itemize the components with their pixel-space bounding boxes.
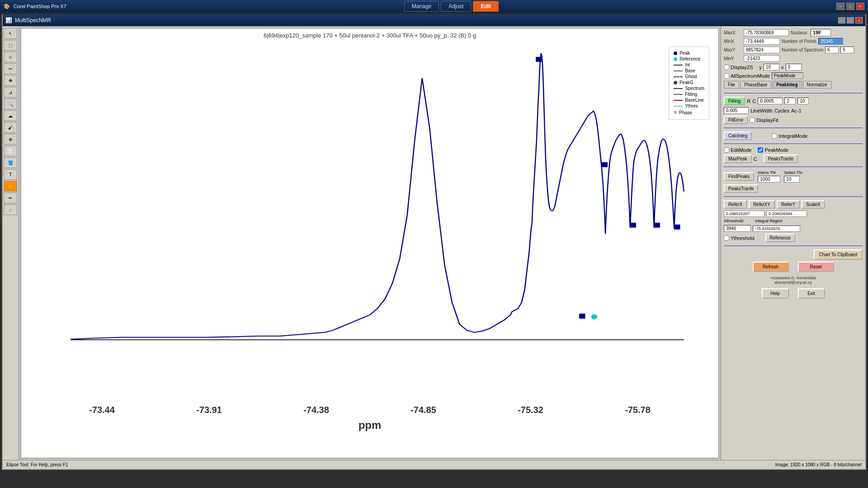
numspectrum-label: Number of Spectrum — [782, 47, 823, 52]
display2s-row: Display2S y x — [724, 64, 863, 70]
legend-int: Int — [674, 62, 704, 67]
maxpeak-button[interactable]: MaxPeak — [724, 155, 752, 163]
tab-manage[interactable]: Manage — [404, 1, 439, 12]
maximize-button[interactable]: □ — [846, 3, 854, 10]
tool-path[interactable]: ⟋ — [4, 204, 17, 215]
legend-peak: Peak — [674, 51, 704, 56]
xthreshold-label: Xthreshold — [724, 219, 753, 223]
tool-pan[interactable]: ☁ — [4, 110, 17, 121]
minimize-button[interactable]: ─ — [836, 3, 844, 10]
integralregion-value[interactable] — [753, 225, 800, 232]
tool-fill[interactable]: 🪣 — [4, 157, 17, 168]
peakstranfe-button[interactable]: PeaksTranfe — [764, 155, 798, 163]
ythreshold-label: Ythreshold — [731, 235, 755, 241]
tab-peakinteg[interactable]: PeakInteg — [772, 81, 802, 89]
app-close-button[interactable]: × — [855, 17, 863, 23]
tool-move[interactable]: ✥ — [4, 75, 17, 86]
tab-file[interactable]: File — [724, 81, 739, 89]
numspectrum-value1[interactable] — [825, 47, 839, 53]
x-label-3: -74.38 — [303, 405, 329, 415]
tab-adjust[interactable]: Adjust — [441, 1, 471, 12]
integmode-label: IntegralMode — [778, 133, 807, 139]
tool-crop[interactable]: ✂ — [4, 63, 17, 74]
tool-clone[interactable]: ⊕ — [4, 134, 17, 145]
reference-button[interactable]: Reference — [765, 234, 795, 242]
app-window: 📊 MultiSpecNMR ─ □ × ↖ ⬚ ⊹ ✂ ✥ ⊿ 🔍 ☁ 🖌 ⊕… — [2, 14, 866, 470]
ythreshold-checkbox[interactable] — [724, 235, 729, 241]
tool-paint[interactable]: 🖌 — [4, 122, 17, 133]
tool-select[interactable]: ⬚ — [4, 40, 17, 51]
exit-button[interactable]: Exit — [798, 288, 825, 299]
fitting-value1[interactable] — [758, 98, 783, 104]
peakmode-display[interactable] — [772, 72, 803, 79]
x-label-2: -73.91 — [196, 405, 222, 415]
miny-label: MinY — [724, 56, 742, 61]
app-title-bar: 📊 MultiSpecNMR ─ □ × — [3, 14, 865, 26]
calcinteg-button[interactable]: CalcInteg — [724, 131, 752, 140]
refery-button[interactable]: ReferY — [777, 200, 800, 209]
sep1 — [724, 93, 863, 94]
help-button[interactable]: Help — [762, 288, 789, 299]
tool-pointer[interactable]: ↖ — [4, 28, 17, 39]
chart-svg — [26, 41, 714, 402]
tool-pen[interactable]: ✏ — [4, 192, 17, 203]
findpeaks-button[interactable]: FindPeaks — [724, 172, 754, 181]
reset-button[interactable]: Reset — [798, 262, 834, 272]
tab-phasebase[interactable]: PhaseBase — [740, 81, 771, 89]
numpoints-input[interactable] — [818, 38, 843, 45]
x-label-6: -75.78 — [625, 405, 651, 415]
maxx-value: -75.78360869 — [744, 29, 789, 36]
nucleus-input[interactable] — [811, 29, 831, 36]
scalex-button[interactable]: ScaleX — [802, 200, 825, 209]
xthreshold-value[interactable] — [724, 225, 751, 232]
tool-zoom[interactable]: 🔍 — [4, 99, 17, 109]
tool-straighten[interactable]: ⊿ — [4, 87, 17, 98]
intens-thr-value[interactable] — [758, 176, 780, 183]
tool-ellipse[interactable]: ○ — [4, 181, 17, 192]
sep3 — [724, 143, 863, 144]
allspectrummode-checkbox[interactable] — [724, 73, 729, 79]
refresh-reset-row: Refresh Reset — [724, 262, 863, 272]
tab-edit[interactable]: Edit — [473, 1, 499, 12]
fiterror-value[interactable] — [724, 107, 749, 114]
close-button[interactable]: × — [856, 3, 864, 10]
chart-to-clipboard-button[interactable]: Chart To ClipBoard — [814, 249, 863, 260]
x-value[interactable] — [786, 64, 802, 70]
y-value[interactable] — [764, 64, 779, 70]
app-maximize-button[interactable]: □ — [847, 17, 854, 23]
peakstranfe2-button[interactable]: PeaksTranfe — [724, 184, 758, 193]
fiterror-button[interactable]: FitError — [724, 116, 748, 124]
integmode-checkbox[interactable] — [772, 133, 777, 139]
select-thr-value[interactable] — [784, 176, 800, 183]
numspectrum-value2[interactable] — [840, 47, 854, 53]
fitting-button[interactable]: Fitting — [724, 97, 745, 105]
displayfit-label: DisplayFit — [756, 117, 778, 123]
maxpeak-row: MaxPeak C PeaksTranfe — [724, 155, 863, 163]
legend-fitting: Fitting — [674, 92, 704, 97]
display2s-checkbox[interactable] — [724, 65, 729, 70]
peakmode-checkbox[interactable] — [758, 147, 763, 153]
svg-rect-1 — [536, 57, 542, 62]
svg-rect-10 — [674, 225, 680, 230]
editmode-row: EditMode PeakMode — [724, 147, 863, 153]
integralregion-label: Integral Region — [755, 219, 796, 223]
app-minimize-button[interactable]: ─ — [838, 17, 845, 23]
x-axis: -73.44 -73.91 -74.38 -74.85 -75.32 -75.7… — [21, 403, 718, 417]
refresh-button[interactable]: Refresh — [753, 262, 789, 272]
legend-peakG: PeakG — [674, 80, 704, 85]
tool-eraser[interactable]: ⬜ — [4, 145, 17, 156]
svg-rect-9 — [654, 223, 660, 228]
fitting-value2[interactable] — [784, 98, 796, 104]
select-thr-label: Select Thr — [784, 170, 802, 175]
display2s-check-row: Display2S — [724, 65, 753, 70]
sep5 — [724, 196, 863, 197]
referx-button[interactable]: ReferX — [724, 200, 747, 209]
tool-text[interactable]: T — [4, 169, 17, 180]
minx-label: MinX — [724, 39, 742, 44]
tool-lasso[interactable]: ⊹ — [4, 52, 17, 62]
tab-normalize[interactable]: Normalize — [803, 81, 831, 89]
fitting-value3[interactable] — [797, 98, 809, 104]
editmode-checkbox[interactable] — [724, 147, 729, 153]
referxy-button[interactable]: ReferXY — [749, 200, 775, 209]
displayfit-checkbox[interactable] — [750, 117, 755, 123]
